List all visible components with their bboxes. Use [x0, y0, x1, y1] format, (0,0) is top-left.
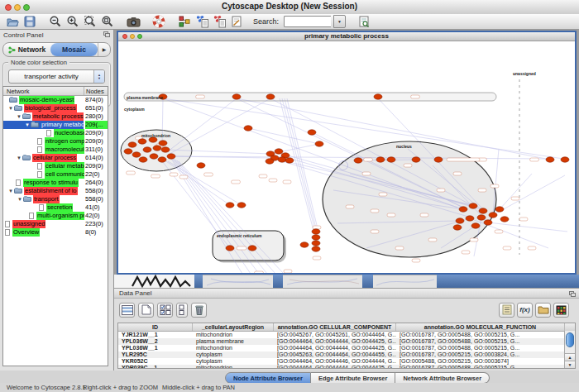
status-welcome: Welcome to Cytoscape 2.8.1 [7, 384, 86, 391]
attribute-list-icon[interactable] [499, 303, 514, 318]
attribute-table: ID _cellularLayoutRegion annotation.GO C… [117, 323, 576, 369]
tree-row[interactable]: secretion41(0) [3, 203, 108, 212]
tree-row[interactable]: unassigned223(0) [3, 220, 108, 228]
tree-row[interactable]: multi-organism pro42(0) [3, 212, 108, 220]
folder-icon [22, 114, 31, 119]
unselect-attributes-icon[interactable] [176, 303, 188, 318]
tree-row[interactable]: ▼cellular process614(0) [3, 154, 108, 162]
tree-row[interactable]: nitrogen compou209(0) [3, 137, 108, 146]
tree-row[interactable]: ▼establishment of lo558(0) [3, 187, 108, 195]
delete-attribute-trash-icon[interactable] [191, 303, 207, 318]
network-canvas[interactable]: plasma membrane cytoplasm mitochondrion … [118, 41, 575, 273]
background-window-fragment [203, 275, 273, 288]
scroll-up-icon[interactable]: ▲ [565, 353, 575, 361]
zoom-selected-icon[interactable] [100, 15, 115, 29]
scroll-down-icon[interactable]: ▼ [565, 361, 575, 368]
tree-row[interactable]: ▼primary metabol209(... [3, 121, 108, 129]
tree-row[interactable]: response to stimulu264(0) [3, 179, 108, 187]
scrollbar-thumb[interactable] [566, 332, 574, 347]
table-cell: [GO:0045267, GO:0045261, GO:0044464, G..… [274, 332, 396, 338]
matrix-view-icon[interactable] [553, 303, 569, 318]
tree-row-node-count: 209(0) [85, 129, 108, 137]
tab-overflow-arrow[interactable]: ▶ [98, 43, 110, 56]
column-id[interactable]: ID [118, 323, 193, 331]
group-label: Node color selection [8, 59, 69, 66]
tab-node-attribute-browser[interactable]: Node Attribute Browser [225, 372, 311, 384]
tab-mosaic[interactable]: Mosaic [50, 43, 98, 56]
tree-row[interactable]: mosaic-demo-yeast874(0) [3, 96, 108, 104]
network-view-titlebar[interactable]: primary metabolic process [118, 32, 575, 41]
tab-edge-attribute-browser[interactable]: Edge Attribute Browser [311, 372, 395, 384]
tree-row[interactable]: cell communicati22(0) [3, 170, 108, 179]
tab-network-attribute-browser[interactable]: Network Attribute Browser [395, 372, 490, 384]
tree-row[interactable]: cellular metabol209(0) [3, 162, 108, 170]
column-layout-region[interactable]: _cellularLayoutRegion [193, 323, 274, 331]
plasma-membrane-region [124, 93, 496, 101]
table-cell: [GO:0016787, GO:0005488, GO:0005215, G..… [396, 338, 565, 345]
background-window-fragment [373, 275, 437, 288]
new-attribute-icon[interactable] [138, 303, 154, 318]
tree-row[interactable]: Overview8(0) [3, 228, 108, 237]
zoom-out-icon[interactable] [48, 15, 63, 29]
table-scrollbar[interactable]: ▲ ▼ [564, 331, 575, 368]
table-row[interactable]: YPL036W__2plasma membrane[GO:0044464, GO… [118, 338, 575, 345]
open-file-icon[interactable] [5, 15, 20, 29]
table-cell: [GO:0005488, GO:0005215, GO:0003674] [396, 358, 565, 365]
table-row[interactable]: YKR052Ccytoplasm[GO:0044464, GO:0044446,… [118, 358, 575, 365]
control-panel-tabs: Network Mosaic ▶ [2, 42, 111, 57]
column-molecular-function[interactable]: annotation.GO MOLECULAR_FUNCTION [396, 323, 565, 331]
help-lifesaver-icon[interactable] [151, 15, 166, 29]
vizmapper-icon[interactable] [177, 15, 192, 29]
file-icon [5, 229, 10, 236]
select-attributes-icon[interactable] [119, 303, 135, 318]
dropdown-stepper-icon: ▲▼ [93, 70, 104, 83]
table-row[interactable]: YDR039C__1mitochondrion[GO:0044464, GO:0… [118, 365, 575, 369]
import-folder-icon[interactable] [535, 303, 551, 318]
file-icon [37, 171, 42, 178]
table-cell: YLR295C [118, 351, 193, 358]
tree-row[interactable]: ▼biological_process651(0) [3, 104, 108, 112]
tree-expand-icon[interactable]: ▼ [17, 154, 22, 162]
folder-icon [9, 98, 17, 103]
data-panel-title: Data Panel [119, 289, 152, 297]
tree-expand-icon[interactable]: ▼ [25, 121, 30, 129]
table-cell: YKR052C [118, 358, 193, 365]
float-panel-icon[interactable] [569, 291, 576, 297]
background-window-fragment [283, 275, 362, 288]
select-all-attributes-icon[interactable] [157, 303, 173, 318]
tree-row[interactable]: ▼metabolic process280(0) [3, 112, 108, 121]
tree-expand-icon[interactable]: ▼ [17, 112, 22, 121]
table-row[interactable]: YLR295Ccytoplasm[GO:0045263, GO:0044464,… [118, 351, 575, 358]
function-builder-icon[interactable]: f(x) [517, 303, 533, 318]
zoom-in-icon[interactable] [65, 15, 80, 29]
tree-row-node-count: 614(0) [85, 154, 108, 162]
zoom-fit-icon[interactable] [83, 15, 98, 29]
save-session-icon[interactable] [22, 15, 37, 29]
node-color-dropdown[interactable]: transporter activity ▲▼ [8, 69, 105, 84]
tree-row[interactable]: nucleobase-co209(0) [3, 129, 108, 137]
table-row[interactable]: YPL036W__1mitochondrion[GO:0044464, GO:0… [118, 345, 575, 351]
table-cell: mitochondrion [193, 345, 274, 351]
tree-row-node-count: 558(0) [85, 187, 108, 195]
snapshot-camera-icon[interactable] [126, 15, 141, 29]
tree-expand-icon[interactable]: ▼ [17, 195, 22, 203]
tree-row[interactable]: macromolecule311(0) [3, 146, 108, 154]
application-window: Cytoscape Desktop (New Session) Search: … [0, 0, 579, 392]
tree-row-label: multi-organism pro [36, 212, 84, 220]
column-cellular-component[interactable]: annotation.GO CELLULAR_COMPONENT [274, 323, 396, 331]
float-panel-icon[interactable] [103, 31, 110, 37]
table-row[interactable]: YJR121W__1mitochondrion[GO:0045267, GO:0… [118, 332, 575, 338]
tree-expand-icon[interactable]: ▼ [8, 187, 13, 195]
search-dropdown-arrow[interactable]: ▼ [333, 15, 346, 28]
tree-row-node-count: 22(0) [85, 170, 108, 179]
tree-expand-icon[interactable]: ▼ [8, 104, 13, 112]
import-attributes-icon[interactable] [212, 15, 227, 29]
control-panel-header: Control Panel [0, 30, 113, 41]
import-network-icon[interactable] [194, 15, 209, 29]
tab-network[interactable]: Network [3, 43, 50, 56]
tree-row-label: cellular metabol [45, 162, 84, 170]
search-options-icon[interactable] [356, 15, 371, 29]
search-input[interactable] [284, 16, 331, 27]
annotation-icon[interactable] [229, 15, 244, 29]
tree-row[interactable]: ▼transport558(0) [3, 195, 108, 203]
